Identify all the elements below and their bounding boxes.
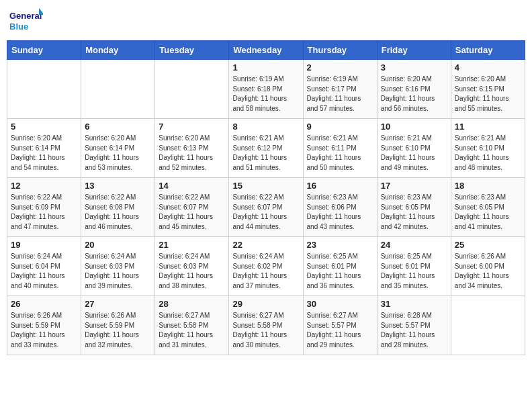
calendar-cell: 1Sunrise: 6:19 AM Sunset: 6:18 PM Daylig… — [229, 60, 303, 119]
day-number: 16 — [307, 181, 373, 191]
day-number: 27 — [85, 299, 151, 309]
day-info: Sunrise: 6:22 AM Sunset: 6:09 PM Dayligh… — [11, 193, 77, 232]
calendar-cell: 30Sunrise: 6:27 AM Sunset: 5:57 PM Dayli… — [303, 296, 377, 355]
day-number: 23 — [307, 240, 373, 250]
calendar-cell: 27Sunrise: 6:26 AM Sunset: 5:59 PM Dayli… — [81, 296, 155, 355]
day-info: Sunrise: 6:19 AM Sunset: 6:17 PM Dayligh… — [307, 75, 373, 113]
day-info: Sunrise: 6:27 AM Sunset: 5:58 PM Dayligh… — [232, 311, 299, 350]
calendar-cell: 3Sunrise: 6:20 AM Sunset: 6:16 PM Daylig… — [377, 60, 451, 119]
calendar-cell: 23Sunrise: 6:25 AM Sunset: 6:01 PM Dayli… — [303, 237, 377, 296]
day-number: 17 — [381, 181, 447, 191]
logo-svg: General Blue — [9, 7, 43, 35]
calendar-cell: 21Sunrise: 6:24 AM Sunset: 6:03 PM Dayli… — [155, 237, 229, 296]
svg-marker-2 — [39, 8, 43, 15]
day-info: Sunrise: 6:23 AM Sunset: 6:06 PM Dayligh… — [307, 193, 373, 232]
day-number: 22 — [232, 240, 299, 250]
calendar-cell: 20Sunrise: 6:24 AM Sunset: 6:03 PM Dayli… — [81, 237, 155, 296]
day-info: Sunrise: 6:25 AM Sunset: 6:01 PM Dayligh… — [381, 252, 447, 291]
day-info: Sunrise: 6:21 AM Sunset: 6:10 PM Dayligh… — [381, 134, 447, 173]
calendar-cell — [81, 60, 155, 119]
day-info: Sunrise: 6:21 AM Sunset: 6:10 PM Dayligh… — [455, 134, 521, 173]
calendar-week-5: 26Sunrise: 6:26 AM Sunset: 5:59 PM Dayli… — [7, 296, 525, 355]
day-number: 8 — [232, 122, 299, 132]
day-number: 5 — [11, 122, 77, 132]
calendar-header: SundayMondayTuesdayWednesdayThursdayFrid… — [7, 41, 525, 60]
day-info: Sunrise: 6:21 AM Sunset: 6:11 PM Dayligh… — [307, 134, 373, 173]
day-info: Sunrise: 6:25 AM Sunset: 6:01 PM Dayligh… — [307, 252, 373, 291]
calendar-cell — [451, 296, 525, 355]
day-info: Sunrise: 6:20 AM Sunset: 6:14 PM Dayligh… — [11, 134, 77, 173]
day-number: 6 — [85, 122, 151, 132]
calendar-week-1: 1Sunrise: 6:19 AM Sunset: 6:18 PM Daylig… — [7, 60, 525, 119]
day-number: 15 — [232, 181, 299, 191]
day-info: Sunrise: 6:22 AM Sunset: 6:07 PM Dayligh… — [232, 193, 299, 232]
calendar-cell — [155, 60, 229, 119]
day-info: Sunrise: 6:21 AM Sunset: 6:12 PM Dayligh… — [232, 134, 299, 173]
calendar-cell: 5Sunrise: 6:20 AM Sunset: 6:14 PM Daylig… — [7, 119, 81, 178]
calendar-week-3: 12Sunrise: 6:22 AM Sunset: 6:09 PM Dayli… — [7, 178, 525, 237]
day-number: 14 — [159, 181, 225, 191]
page-header: General Blue — [7, 7, 525, 35]
day-info: Sunrise: 6:24 AM Sunset: 6:03 PM Dayligh… — [159, 252, 225, 291]
day-info: Sunrise: 6:20 AM Sunset: 6:13 PM Dayligh… — [159, 134, 225, 173]
day-number: 20 — [85, 240, 151, 250]
header-friday: Friday — [377, 41, 451, 60]
calendar-cell: 31Sunrise: 6:28 AM Sunset: 5:57 PM Dayli… — [377, 296, 451, 355]
calendar-cell: 2Sunrise: 6:19 AM Sunset: 6:17 PM Daylig… — [303, 60, 377, 119]
header-tuesday: Tuesday — [155, 41, 229, 60]
day-info: Sunrise: 6:23 AM Sunset: 6:05 PM Dayligh… — [455, 193, 521, 232]
header-thursday: Thursday — [303, 41, 377, 60]
calendar-cell: 11Sunrise: 6:21 AM Sunset: 6:10 PM Dayli… — [451, 119, 525, 178]
calendar-cell: 14Sunrise: 6:22 AM Sunset: 6:07 PM Dayli… — [155, 178, 229, 237]
header-wednesday: Wednesday — [229, 41, 303, 60]
calendar-cell: 10Sunrise: 6:21 AM Sunset: 6:10 PM Dayli… — [377, 119, 451, 178]
calendar-cell: 28Sunrise: 6:27 AM Sunset: 5:58 PM Dayli… — [155, 296, 229, 355]
calendar-cell: 15Sunrise: 6:22 AM Sunset: 6:07 PM Dayli… — [229, 178, 303, 237]
day-info: Sunrise: 6:20 AM Sunset: 6:14 PM Dayligh… — [85, 134, 151, 173]
day-info: Sunrise: 6:27 AM Sunset: 5:58 PM Dayligh… — [159, 311, 225, 350]
day-info: Sunrise: 6:19 AM Sunset: 6:18 PM Dayligh… — [232, 75, 299, 113]
header-sunday: Sunday — [7, 41, 81, 60]
calendar-cell: 19Sunrise: 6:24 AM Sunset: 6:04 PM Dayli… — [7, 237, 81, 296]
calendar-cell: 16Sunrise: 6:23 AM Sunset: 6:06 PM Dayli… — [303, 178, 377, 237]
day-number: 28 — [159, 299, 225, 309]
calendar-cell: 29Sunrise: 6:27 AM Sunset: 5:58 PM Dayli… — [229, 296, 303, 355]
day-info: Sunrise: 6:20 AM Sunset: 6:15 PM Dayligh… — [455, 75, 521, 113]
day-info: Sunrise: 6:28 AM Sunset: 5:57 PM Dayligh… — [381, 311, 447, 350]
day-number: 1 — [232, 62, 299, 73]
day-number: 12 — [11, 181, 77, 191]
calendar-week-4: 19Sunrise: 6:24 AM Sunset: 6:04 PM Dayli… — [7, 237, 525, 296]
calendar-cell: 26Sunrise: 6:26 AM Sunset: 5:59 PM Dayli… — [7, 296, 81, 355]
day-info: Sunrise: 6:26 AM Sunset: 5:59 PM Dayligh… — [11, 311, 77, 350]
calendar-cell — [7, 60, 81, 119]
svg-text:Blue: Blue — [9, 21, 28, 32]
day-info: Sunrise: 6:24 AM Sunset: 6:02 PM Dayligh… — [232, 252, 299, 291]
day-number: 31 — [381, 299, 447, 309]
day-info: Sunrise: 6:26 AM Sunset: 5:59 PM Dayligh… — [85, 311, 151, 350]
calendar-cell: 13Sunrise: 6:22 AM Sunset: 6:08 PM Dayli… — [81, 178, 155, 237]
day-info: Sunrise: 6:22 AM Sunset: 6:07 PM Dayligh… — [159, 193, 225, 232]
day-number: 7 — [159, 122, 225, 132]
day-number: 21 — [159, 240, 225, 250]
day-number: 13 — [85, 181, 151, 191]
day-number: 19 — [11, 240, 77, 250]
day-number: 2 — [307, 62, 373, 73]
header-row: SundayMondayTuesdayWednesdayThursdayFrid… — [7, 41, 525, 60]
calendar-cell: 9Sunrise: 6:21 AM Sunset: 6:11 PM Daylig… — [303, 119, 377, 178]
calendar-cell: 8Sunrise: 6:21 AM Sunset: 6:12 PM Daylig… — [229, 119, 303, 178]
day-info: Sunrise: 6:20 AM Sunset: 6:16 PM Dayligh… — [381, 75, 447, 113]
header-saturday: Saturday — [451, 41, 525, 60]
day-number: 25 — [455, 240, 521, 250]
day-number: 29 — [232, 299, 299, 309]
day-number: 30 — [307, 299, 373, 309]
day-info: Sunrise: 6:24 AM Sunset: 6:04 PM Dayligh… — [11, 252, 77, 291]
calendar-cell: 12Sunrise: 6:22 AM Sunset: 6:09 PM Dayli… — [7, 178, 81, 237]
calendar-body: 1Sunrise: 6:19 AM Sunset: 6:18 PM Daylig… — [7, 60, 525, 355]
day-number: 26 — [11, 299, 77, 309]
calendar-cell: 7Sunrise: 6:20 AM Sunset: 6:13 PM Daylig… — [155, 119, 229, 178]
calendar-cell: 18Sunrise: 6:23 AM Sunset: 6:05 PM Dayli… — [451, 178, 525, 237]
day-number: 10 — [381, 122, 447, 132]
day-info: Sunrise: 6:26 AM Sunset: 6:00 PM Dayligh… — [455, 252, 521, 291]
day-number: 24 — [381, 240, 447, 250]
day-info: Sunrise: 6:27 AM Sunset: 5:57 PM Dayligh… — [307, 311, 373, 350]
